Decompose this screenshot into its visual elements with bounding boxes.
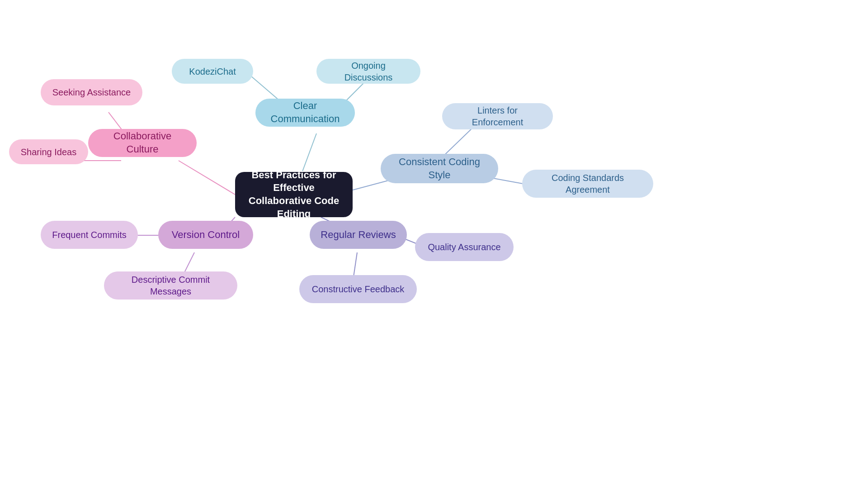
quality-assurance-node: Quality Assurance [415, 233, 514, 261]
svg-line-3 [179, 161, 235, 195]
consistent-coding-style-node: Consistent Coding Style [381, 154, 498, 183]
constructive-feedback-node: Constructive Feedback [299, 275, 417, 303]
linters-enforcement-node: Linters for Enforcement [442, 103, 553, 129]
version-control-node: Version Control [158, 221, 253, 249]
center-node: Best Practices for Effective Collaborati… [235, 172, 353, 217]
collaborative-culture-node: Collaborative Culture [88, 129, 197, 157]
descriptive-commit-node: Descriptive Commit Messages [104, 271, 237, 300]
sharing-ideas-node: Sharing Ideas [9, 139, 88, 164]
frequent-commits-node: Frequent Commits [41, 221, 138, 249]
kodezi-chat-node: KodeziChat [172, 59, 253, 84]
coding-standards-node: Coding Standards Agreement [522, 170, 653, 198]
seeking-assistance-node: Seeking Assistance [41, 79, 142, 105]
clear-communication-node: Clear Communication [255, 99, 355, 127]
regular-reviews-node: Regular Reviews [310, 221, 407, 249]
ongoing-discussions-node: Ongoing Discussions [316, 59, 420, 84]
